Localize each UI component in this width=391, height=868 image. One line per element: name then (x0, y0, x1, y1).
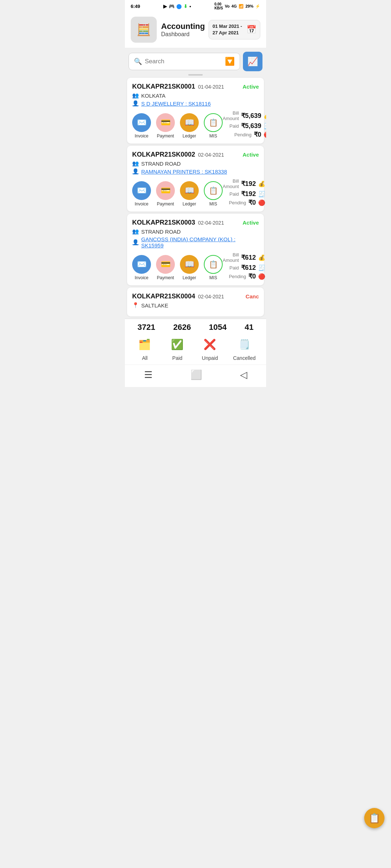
analytics-icon: 📈 (247, 56, 258, 67)
action-invoice-3[interactable]: ✉️ Invoice (132, 255, 151, 280)
card-1-customer[interactable]: 👤 S D JEWELLERY : SK18116 (132, 100, 259, 107)
nav-bar: ☰ ⬜ ◁ (125, 365, 266, 387)
card-1-status: Active (243, 84, 259, 90)
location-icon-1: 👥 (132, 92, 139, 99)
charging-icon: ⚡ (255, 4, 260, 9)
youtube-icon: ▶ (163, 4, 167, 9)
pending-icon-1: 🔴 (264, 131, 266, 138)
filter-icon[interactable]: 🔽 (225, 57, 235, 66)
count-all[interactable]: 3721 (138, 323, 155, 332)
network-speed: 0.00KB/S (214, 2, 223, 10)
signal-label: 4G (231, 4, 237, 8)
card-4-header: KOLKAPR21SK0004 02-04-2021 Canc (132, 293, 259, 300)
card-2-header: KOLKAPR21SK0002 02-04-2021 Active (132, 151, 259, 158)
count-unpaid[interactable]: 1054 (209, 323, 227, 332)
tab-all[interactable]: 🗂️ All (135, 335, 154, 361)
card-4-date: 02-04-2021 (198, 294, 224, 299)
header: 🧮 Accounting Dashboard 01 Mar 2021 - 27 … (125, 12, 266, 48)
location-icon-2: 👥 (132, 160, 139, 167)
bottom-counts: 3721 2626 1054 41 (125, 323, 266, 335)
app-icon-1: 🎮 (169, 4, 175, 9)
scroll-divider (188, 74, 203, 76)
card-1-actions: ✉️ Invoice 💳 Payment 📖 Ledger 📋 MIS (132, 113, 223, 139)
card-1-id: KOLKAPR21SK0001 (132, 83, 195, 90)
invoice-label-1: Invoice (135, 133, 148, 139)
action-ledger-3[interactable]: 📖 Ledger (180, 255, 199, 280)
app-subtitle: Dashboard (161, 31, 205, 38)
location-icon-3: 👥 (132, 228, 139, 235)
home-icon[interactable]: ⬜ (190, 369, 202, 380)
tab-unpaid[interactable]: ❌ Unpaid (201, 335, 219, 361)
card-2-date: 02-04-2021 (198, 152, 224, 158)
search-row: 🔍 🔽 📈 (125, 48, 266, 73)
card-3-body: ✉️ Invoice 💳 Payment 📖 Ledger 📋 MIS Bill… (132, 252, 259, 280)
back-icon[interactable]: ◁ (240, 369, 247, 380)
action-mis-2[interactable]: 📋 MIS (204, 181, 223, 207)
card-3: KOLKAPR21SK0003 02-04-2021 Active 👥 STRA… (127, 214, 264, 285)
search-icon: 🔍 (134, 58, 142, 65)
card-4-id: KOLKAPR21SK0004 (132, 293, 195, 300)
header-left: 🧮 Accounting Dashboard (131, 17, 205, 43)
action-payment-2[interactable]: 💳 Payment (156, 181, 175, 207)
card-2-id: KOLKAPR21SK0002 (132, 151, 195, 158)
calendar-icon[interactable]: 📅 (247, 25, 256, 34)
card-3-amounts: Bill Amount ₹612 💰 Paid ₹612 🧾 Pending ₹… (223, 252, 265, 280)
action-payment-1[interactable]: 💳 Payment (156, 113, 175, 139)
status-bar: 6:49 ▶ 🎮 ⬤ ⬇ • 0.00KB/S Vo 4G 📶 29% ⚡ (125, 0, 266, 12)
app-logo: 🧮 (131, 17, 157, 43)
count-unpaid-num: 1054 (209, 323, 227, 332)
count-all-num: 3721 (138, 323, 155, 332)
card-2-location: 👥 STRAND ROAD (132, 160, 259, 167)
dot-icon: • (189, 4, 191, 9)
card-3-header: KOLKAPR21SK0003 02-04-2021 Active (132, 219, 259, 226)
card-3-actions: ✉️ Invoice 💳 Payment 📖 Ledger 📋 MIS (132, 255, 223, 280)
location-icon-4: 📍 (132, 302, 139, 309)
vo-icon: Vo (225, 4, 230, 8)
signal-bars: 📶 (239, 4, 244, 9)
tab-paid[interactable]: ✅ Paid (168, 335, 187, 361)
tab-unpaid-label: Unpaid (202, 355, 218, 361)
customer-icon-3: 👤 (132, 239, 139, 246)
count-cancelled[interactable]: 41 (245, 323, 253, 332)
logo-emoji: 🧮 (136, 23, 151, 37)
customer-icon-2: 👤 (132, 168, 139, 175)
card-2-body: ✉️ Invoice 💳 Payment 📖 Ledger 📋 MIS Bill… (132, 178, 259, 207)
count-paid-num: 2626 (173, 323, 191, 332)
action-ledger-2[interactable]: 📖 Ledger (180, 181, 199, 207)
search-box[interactable]: 🔍 🔽 (129, 53, 240, 70)
mis-label-1: MIS (209, 133, 217, 139)
card-2: KOLKAPR21SK0002 02-04-2021 Active 👥 STRA… (127, 146, 264, 212)
action-mis-1[interactable]: 📋 MIS (204, 113, 223, 139)
action-invoice-1[interactable]: ✉️ Invoice (132, 113, 151, 139)
date-range-box[interactable]: 01 Mar 2021 - 27 Apr 2021 📅 (209, 20, 260, 39)
card-4: KOLKAPR21SK0004 02-04-2021 Canc 📍 SALTLA… (127, 288, 264, 316)
tab-icons-row: 🗂️ All ✅ Paid ❌ Unpaid 🗒️ Cancelled (125, 335, 266, 363)
action-invoice-2[interactable]: ✉️ Invoice (132, 181, 151, 207)
count-paid[interactable]: 2626 (173, 323, 191, 332)
card-2-customer[interactable]: 👤 RAMNAYAN PRINTERS : SK18338 (132, 168, 259, 175)
card-1: KOLKAPR21SK0001 01-04-2021 Active 👥 KOLK… (127, 78, 264, 144)
paid-icon-1: 🧾 (264, 123, 266, 129)
card-3-location: 👥 STRAND ROAD (132, 228, 259, 235)
card-2-actions: ✉️ Invoice 💳 Payment 📖 Ledger 📋 MIS (132, 181, 223, 207)
card-1-amounts: Bill Amount ₹5,639 💰 Paid ₹5,639 🧾 Pendi… (223, 110, 266, 139)
app-title: Accounting (161, 22, 205, 31)
card-3-id: KOLKAPR21SK0003 (132, 219, 195, 226)
menu-icon[interactable]: ☰ (144, 369, 152, 380)
tab-paid-label: Paid (172, 355, 182, 361)
action-mis-3[interactable]: 📋 MIS (204, 255, 223, 280)
card-4-location: 📍 SALTLAKE (132, 302, 259, 309)
action-ledger-1[interactable]: 📖 Ledger (180, 113, 199, 139)
search-input[interactable] (145, 58, 222, 65)
card-3-customer[interactable]: 👤 GANCOSS (INDIA) COMPANY (KOL) : SK1595… (132, 236, 259, 248)
date-range-text: 01 Mar 2021 - 27 Apr 2021 (213, 23, 244, 36)
analytics-button[interactable]: 📈 (243, 52, 262, 71)
bottom-section: 3721 2626 1054 41 🗂️ All ✅ Paid ❌ Unpaid… (125, 319, 266, 365)
count-cancelled-num: 41 (245, 323, 253, 332)
tab-cancelled[interactable]: 🗒️ Cancelled (233, 335, 256, 361)
card-2-amounts: Bill Amount ₹192 💰 Paid ₹192 🧾 Pending ₹… (223, 178, 265, 207)
card-2-status: Active (243, 152, 259, 158)
card-1-body: ✉️ Invoice 💳 Payment 📖 Ledger 📋 MIS Bill… (132, 110, 259, 139)
action-payment-3[interactable]: 💳 Payment (156, 255, 175, 280)
app-icon-2: ⬤ (176, 4, 182, 9)
